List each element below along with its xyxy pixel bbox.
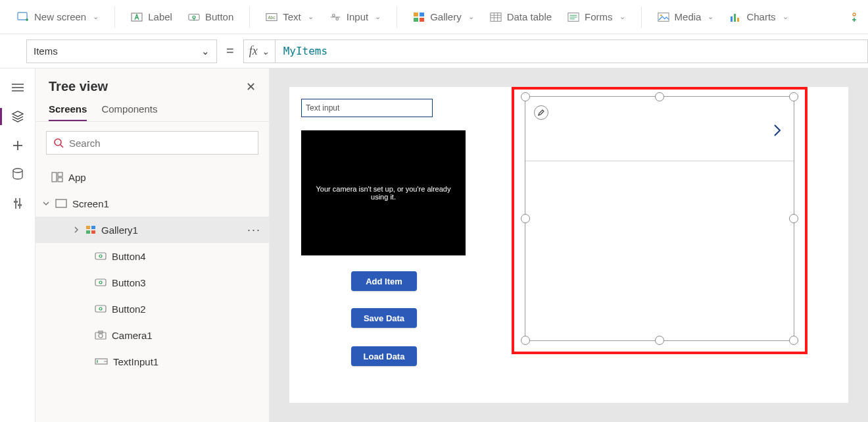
canvas-screen1[interactable]: Your camera isn't set up, or you're alre… (289, 87, 848, 403)
app-icon (51, 172, 63, 182)
input-label: Input (347, 11, 368, 22)
label-icon (131, 11, 143, 23)
insert-rail-button[interactable] (11, 138, 25, 153)
svg-rect-25 (658, 13, 668, 21)
resize-handle[interactable] (789, 92, 798, 101)
button-button[interactable]: Button (181, 7, 240, 27)
chevron-down-icon: ⌄ (468, 13, 474, 21)
svg-point-30 (853, 13, 856, 16)
fx-label: fx (249, 44, 258, 58)
gallery-label: Gallery (430, 11, 462, 22)
more-options-icon[interactable]: ··· (247, 223, 261, 237)
data-rail-button[interactable] (11, 167, 25, 182)
svg-point-43 (55, 139, 61, 145)
tab-screens[interactable]: Screens (49, 98, 87, 121)
tools-rail-button[interactable] (11, 196, 25, 211)
svg-rect-52 (91, 230, 95, 234)
gallery1-control[interactable] (525, 96, 794, 341)
search-input[interactable] (69, 138, 251, 149)
resize-handle[interactable] (521, 92, 530, 101)
input-icon (329, 11, 341, 23)
forms-icon (567, 11, 579, 23)
tree-item-camera1[interactable]: Camera1 (36, 322, 269, 348)
chevron-down-icon: ⌄ (375, 13, 381, 21)
gallery-icon (85, 225, 96, 234)
resize-handle[interactable] (655, 92, 664, 101)
screen-icon (55, 199, 67, 208)
load-data-button[interactable]: Load Data (351, 346, 417, 366)
fx-button[interactable]: fx ⌄ (243, 40, 276, 63)
svg-rect-16 (491, 13, 501, 21)
resize-handle[interactable] (521, 214, 530, 223)
resize-handle[interactable] (521, 336, 530, 345)
save-data-button[interactable]: Save Data (351, 308, 417, 328)
close-icon[interactable]: ✕ (246, 80, 256, 94)
tree-item-screen1[interactable]: Screen1 (36, 190, 269, 217)
chevron-right-icon (72, 226, 80, 234)
tree-item-button3[interactable]: Button3 (36, 269, 269, 296)
tree-item-button2[interactable]: Button2 (36, 296, 269, 322)
svg-rect-40 (19, 198, 20, 209)
resize-handle[interactable] (789, 336, 798, 345)
tree-item-label: Button4 (112, 251, 146, 262)
resize-handle[interactable] (789, 214, 798, 223)
search-icon (53, 138, 64, 148)
svg-point-10 (332, 14, 335, 16)
gallery-button[interactable]: Gallery ⌄ (406, 7, 481, 27)
tree-item-label: TextInput1 (113, 356, 158, 367)
svg-point-56 (99, 281, 102, 284)
gallery-icon (413, 11, 425, 23)
ribbon-separator (114, 7, 115, 28)
tree-view-rail-button[interactable] (11, 109, 25, 124)
tab-components[interactable]: Components (101, 98, 157, 121)
tree-item-textinput1[interactable]: TextInput1 (36, 348, 269, 375)
svg-rect-41 (14, 201, 18, 203)
chevron-down-icon (42, 199, 50, 207)
tree-item-label: Button2 (112, 303, 146, 315)
svg-rect-47 (58, 178, 62, 182)
button-icon (188, 11, 200, 23)
button-label: Button (205, 11, 233, 22)
datatable-label: Data table (507, 11, 552, 22)
tree-item-app[interactable]: App (36, 164, 269, 190)
tree-item-button4[interactable]: Button4 (36, 243, 269, 269)
search-box[interactable] (46, 131, 258, 155)
chevron-down-icon: ⌄ (783, 13, 788, 21)
charts-icon (729, 11, 741, 23)
hamburger-icon[interactable] (11, 80, 25, 95)
svg-point-26 (660, 14, 662, 16)
label-button[interactable]: Label (124, 7, 179, 27)
text-button[interactable]: Abc Text ⌄ (259, 7, 320, 27)
svg-point-5 (193, 16, 195, 18)
tree-item-gallery1[interactable]: Gallery1 ··· (36, 217, 269, 243)
svg-text:Abc: Abc (268, 14, 276, 19)
svg-rect-50 (91, 226, 95, 229)
svg-rect-51 (86, 230, 90, 234)
svg-rect-14 (414, 18, 418, 22)
add-more-button[interactable] (846, 13, 863, 22)
chevron-down-icon: ⌄ (201, 45, 210, 57)
add-item-button[interactable]: Add Item (351, 271, 417, 291)
property-selector[interactable]: Items ⌄ (26, 40, 217, 63)
button-icon (95, 278, 107, 287)
svg-point-58 (99, 307, 102, 310)
svg-rect-15 (420, 18, 424, 22)
new-screen-button[interactable]: New screen ⌄ (11, 7, 105, 27)
svg-rect-39 (15, 198, 16, 209)
media-button[interactable]: Media ⌄ (651, 7, 721, 27)
tree-item-label: Gallery1 (101, 224, 138, 236)
datatable-button[interactable]: Data table (483, 7, 558, 27)
input-button[interactable]: Input ⌄ (323, 7, 387, 27)
formula-input[interactable] (276, 40, 868, 63)
text-label: Text (283, 11, 301, 22)
gallery-template-row[interactable] (525, 97, 794, 161)
svg-rect-48 (56, 199, 66, 207)
forms-button[interactable]: Forms ⌄ (561, 7, 632, 27)
chevron-down-icon: ⌄ (262, 46, 270, 57)
resize-handle[interactable] (655, 336, 664, 345)
textinput1-control[interactable] (301, 99, 433, 117)
camera1-control[interactable]: Your camera isn't set up, or you're alre… (301, 130, 466, 255)
button-icon (95, 304, 107, 313)
charts-button[interactable]: Charts ⌄ (723, 7, 794, 27)
tree-list: App Screen1 Gallery1 ··· (36, 164, 269, 422)
